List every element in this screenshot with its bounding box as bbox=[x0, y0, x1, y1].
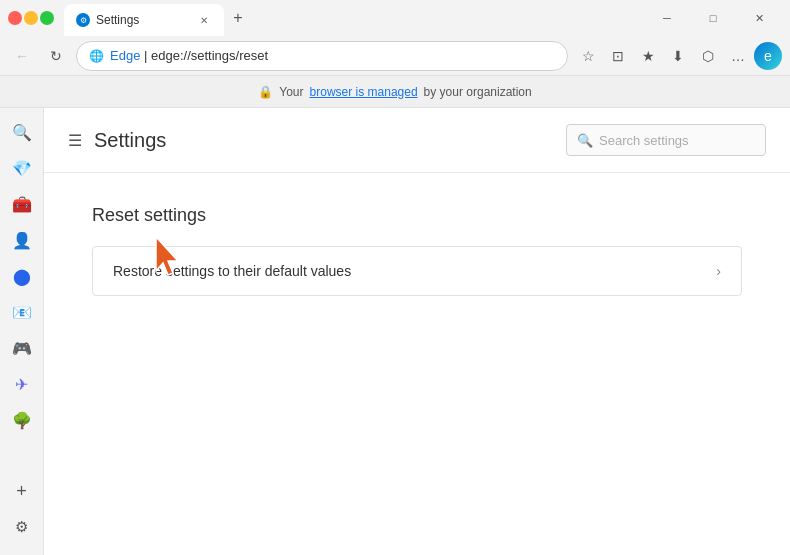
sidebar: 🔍 💎 🧰 👤 ⬤ 📧 🎮 ✈ 🌳 + ⚙ bbox=[0, 108, 44, 555]
sidebar-item-puzzle[interactable]: 🎮 bbox=[6, 332, 38, 364]
splitscreen-button[interactable]: ⊡ bbox=[604, 42, 632, 70]
title-bar-controls bbox=[8, 11, 54, 25]
favorites-button[interactable]: ★ bbox=[634, 42, 662, 70]
tab-close-button[interactable]: ✕ bbox=[196, 12, 212, 28]
address-url: edge://settings/reset bbox=[151, 48, 268, 63]
minimize-button-macos[interactable] bbox=[24, 11, 38, 25]
sidebar-item-person[interactable]: 👤 bbox=[6, 224, 38, 256]
edge-icon: 🌐 bbox=[89, 49, 104, 63]
address-text: Edge | edge://settings/reset bbox=[110, 48, 555, 63]
back-button[interactable]: ← bbox=[8, 42, 36, 70]
sidebar-item-wallet[interactable]: 💎 bbox=[6, 152, 38, 184]
close-button-macos[interactable] bbox=[8, 11, 22, 25]
maximize-button[interactable]: □ bbox=[690, 0, 736, 36]
active-tab[interactable]: ⚙ Settings ✕ bbox=[64, 4, 224, 36]
sidebar-item-circle[interactable]: ⬤ bbox=[6, 260, 38, 292]
banner-text-after: by your organization bbox=[424, 85, 532, 99]
search-box-icon: 🔍 bbox=[577, 133, 593, 148]
sidebar-item-briefcase[interactable]: 🧰 bbox=[6, 188, 38, 220]
reload-button[interactable]: ↻ bbox=[42, 42, 70, 70]
toolbar-icons: ☆ ⊡ ★ ⬇ ⬡ … e bbox=[574, 42, 782, 70]
sidebar-bottom: + ⚙ bbox=[6, 475, 38, 547]
hamburger-button[interactable]: ☰ bbox=[68, 131, 82, 150]
minimize-button[interactable]: ─ bbox=[644, 0, 690, 36]
sidebar-item-send[interactable]: ✈ bbox=[6, 368, 38, 400]
sidebar-item-search[interactable]: 🔍 bbox=[6, 116, 38, 148]
title-bar: ⚙ Settings ✕ + ─ □ ✕ bbox=[0, 0, 790, 36]
sidebar-settings-button[interactable]: ⚙ bbox=[6, 511, 38, 543]
close-window-button[interactable]: ✕ bbox=[736, 0, 782, 36]
chevron-right-icon: › bbox=[716, 263, 721, 279]
page-title: Settings bbox=[94, 129, 166, 152]
lock-icon: 🔒 bbox=[258, 85, 273, 99]
maximize-button-macos[interactable] bbox=[40, 11, 54, 25]
main-layout: 🔍 💎 🧰 👤 ⬤ 📧 🎮 ✈ 🌳 + ⚙ ☰ Settings 🔍 Searc… bbox=[0, 108, 790, 555]
managed-banner: 🔒 Your browser is managed by your organi… bbox=[0, 76, 790, 108]
content-area: ☰ Settings 🔍 Search settings Reset setti… bbox=[44, 108, 790, 555]
settings-header: ☰ Settings 🔍 Search settings bbox=[44, 108, 790, 173]
search-box-placeholder: Search settings bbox=[599, 133, 689, 148]
sidebar-add-button[interactable]: + bbox=[6, 475, 38, 507]
edge-label: Edge bbox=[110, 48, 140, 63]
restore-defaults-card[interactable]: Restore settings to their default values… bbox=[92, 246, 742, 296]
restore-defaults-label: Restore settings to their default values bbox=[113, 263, 716, 279]
tab-title: Settings bbox=[96, 13, 139, 27]
sidebar-item-tree[interactable]: 🌳 bbox=[6, 404, 38, 436]
tab-bar: ⚙ Settings ✕ + bbox=[64, 0, 640, 36]
reset-section: Reset settings Restore settings to their… bbox=[44, 173, 790, 328]
svg-text:⚙: ⚙ bbox=[80, 16, 87, 25]
tab-favicon: ⚙ bbox=[76, 13, 90, 27]
settings-search-box[interactable]: 🔍 Search settings bbox=[566, 124, 766, 156]
address-box[interactable]: 🌐 Edge | edge://settings/reset bbox=[76, 41, 568, 71]
managed-link[interactable]: browser is managed bbox=[310, 85, 418, 99]
more-button[interactable]: … bbox=[724, 42, 752, 70]
bookmark-button[interactable]: ☆ bbox=[574, 42, 602, 70]
edge-profile-button[interactable]: e bbox=[754, 42, 782, 70]
addons-button[interactable]: ⬡ bbox=[694, 42, 722, 70]
window-controls: ─ □ ✕ bbox=[644, 0, 782, 36]
downloads-button[interactable]: ⬇ bbox=[664, 42, 692, 70]
address-separator: | bbox=[144, 48, 151, 63]
address-bar: ← ↻ 🌐 Edge | edge://settings/reset ☆ ⊡ ★… bbox=[0, 36, 790, 76]
banner-text-before: Your bbox=[279, 85, 303, 99]
reset-section-title: Reset settings bbox=[92, 205, 742, 226]
sidebar-item-outlook[interactable]: 📧 bbox=[6, 296, 38, 328]
new-tab-button[interactable]: + bbox=[224, 4, 252, 32]
